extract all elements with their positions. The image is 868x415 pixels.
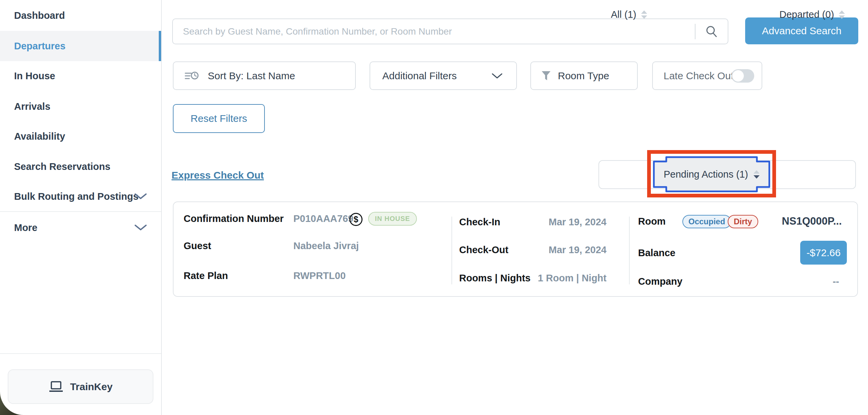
tab-departed-label: Departed (0) xyxy=(779,9,834,20)
sort-arrows-icon xyxy=(641,10,647,19)
reset-filters-button[interactable]: Reset Filters xyxy=(173,104,265,133)
payment-dollar-icon[interactable]: $ xyxy=(349,213,363,226)
in-house-status-badge: IN HOUSE xyxy=(368,212,417,226)
card-column-divider xyxy=(452,216,452,285)
dollar-glyph: $ xyxy=(354,214,359,224)
dropdown-arrows-icon xyxy=(753,170,760,179)
sidebar-item-more[interactable]: More xyxy=(0,212,161,243)
funnel-icon xyxy=(541,70,551,81)
search-icon xyxy=(705,25,718,38)
active-indicator-bar xyxy=(159,31,161,61)
sidebar-item-label: Arrivals xyxy=(14,101,50,112)
trainkey-button[interactable]: TrainKey xyxy=(8,369,153,404)
chevron-down-icon xyxy=(134,193,147,200)
sidebar: Dashboard Departures In House Arrivals A… xyxy=(0,0,162,415)
balance-label: Balance xyxy=(638,247,675,259)
sidebar-item-arrivals[interactable]: Arrivals xyxy=(0,91,161,122)
sidebar-item-label: Dashboard xyxy=(14,10,65,21)
sidebar-item-label: Bulk Routing and Postings xyxy=(14,191,138,202)
sidebar-item-in-house[interactable]: In House xyxy=(0,61,161,91)
sidebar-item-bulk-routing[interactable]: Bulk Routing and Postings xyxy=(0,181,161,211)
tab-pending-actions[interactable]: Pending Actions (1) xyxy=(653,156,770,192)
sidebar-item-search-reservations[interactable]: Search Reservations xyxy=(0,151,161,182)
late-checkout-filter: Late Check Out xyxy=(652,61,762,90)
tab-all[interactable]: All (1) xyxy=(611,0,647,29)
company-label: Company xyxy=(638,276,682,287)
additional-filters-label: Additional Filters xyxy=(382,70,457,82)
sort-by-time-icon xyxy=(184,70,200,82)
trainkey-label: TrainKey xyxy=(70,381,113,392)
card-column-divider xyxy=(629,216,630,285)
tab-pending-actions-label: Pending Actions (1) xyxy=(663,169,748,180)
guest-value: Nabeela Jivraj xyxy=(293,240,359,251)
chevron-down-icon xyxy=(134,224,147,231)
confirmation-number-value: P010AAA769 xyxy=(293,213,353,224)
room-number-value[interactable]: NS1Q000P... xyxy=(748,215,842,227)
late-checkout-label: Late Check Out xyxy=(663,70,734,82)
rate-plan-label: Rate Plan xyxy=(184,270,228,281)
confirmation-number-label: Confirmation Number xyxy=(184,213,284,224)
chevron-down-icon xyxy=(491,73,503,79)
tab-departed[interactable]: Departed (0) xyxy=(779,0,845,29)
checkin-label: Check-In xyxy=(459,216,500,228)
checkout-value: Mar 19, 2024 xyxy=(503,244,607,256)
sidebar-item-departures[interactable]: Departures xyxy=(0,31,161,61)
sidebar-item-label: Departures xyxy=(14,41,65,52)
sidebar-divider xyxy=(0,211,161,212)
sidebar-item-label: Availability xyxy=(14,131,65,142)
sidebar-footer-divider xyxy=(0,353,161,354)
checkout-label: Check-Out xyxy=(459,244,508,256)
laptop-icon xyxy=(49,381,63,392)
sort-by-label: Sort By: Last Name xyxy=(208,70,295,82)
balance-amount-button[interactable]: -$72.66 xyxy=(800,241,847,265)
checkin-value: Mar 19, 2024 xyxy=(503,216,607,228)
company-value: -- xyxy=(772,276,839,287)
sidebar-item-label: More xyxy=(14,222,37,233)
search-button[interactable] xyxy=(695,25,728,38)
additional-filters-dropdown[interactable]: Additional Filters xyxy=(370,61,517,90)
room-label: Room xyxy=(638,216,665,227)
room-occupied-badge: Occupied xyxy=(682,215,731,228)
rooms-nights-value: 1 Room | Night xyxy=(503,273,607,284)
sort-by-dropdown[interactable]: Sort By: Last Name xyxy=(173,61,356,90)
sidebar-item-label: In House xyxy=(14,70,55,82)
tab-all-label: All (1) xyxy=(611,9,637,20)
express-checkout-link[interactable]: Express Check Out xyxy=(172,170,264,181)
late-checkout-toggle[interactable] xyxy=(732,69,754,83)
sidebar-item-dashboard[interactable]: Dashboard xyxy=(0,0,161,31)
sidebar-item-label: Search Reservations xyxy=(14,161,111,172)
room-type-filter[interactable]: Room Type xyxy=(530,61,638,90)
room-type-label: Room Type xyxy=(558,70,609,82)
sort-arrows-icon xyxy=(839,10,845,19)
departures-page: Dashboard Departures In House Arrivals A… xyxy=(0,0,868,415)
guest-label: Guest xyxy=(184,240,211,251)
rate-plan-value: RWPRTL00 xyxy=(293,270,346,281)
toggle-knob xyxy=(733,70,744,82)
sidebar-item-availability[interactable]: Availability xyxy=(0,121,161,151)
